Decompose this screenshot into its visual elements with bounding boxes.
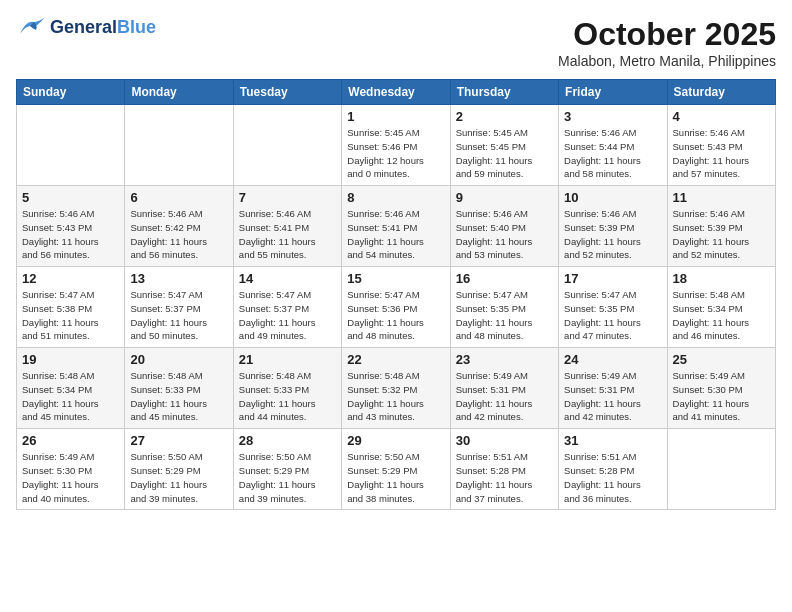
day-header-friday: Friday xyxy=(559,80,667,105)
day-info: Sunrise: 5:48 AM Sunset: 5:34 PM Dayligh… xyxy=(22,369,119,424)
day-number: 15 xyxy=(347,271,444,286)
calendar-cell: 19Sunrise: 5:48 AM Sunset: 5:34 PM Dayli… xyxy=(17,348,125,429)
day-number: 20 xyxy=(130,352,227,367)
day-number: 3 xyxy=(564,109,661,124)
day-number: 14 xyxy=(239,271,336,286)
calendar-week-2: 5Sunrise: 5:46 AM Sunset: 5:43 PM Daylig… xyxy=(17,186,776,267)
calendar-cell: 6Sunrise: 5:46 AM Sunset: 5:42 PM Daylig… xyxy=(125,186,233,267)
day-number: 21 xyxy=(239,352,336,367)
day-number: 28 xyxy=(239,433,336,448)
day-info: Sunrise: 5:46 AM Sunset: 5:41 PM Dayligh… xyxy=(347,207,444,262)
calendar-cell: 25Sunrise: 5:49 AM Sunset: 5:30 PM Dayli… xyxy=(667,348,775,429)
day-info: Sunrise: 5:46 AM Sunset: 5:39 PM Dayligh… xyxy=(673,207,770,262)
calendar-cell xyxy=(233,105,341,186)
day-info: Sunrise: 5:45 AM Sunset: 5:46 PM Dayligh… xyxy=(347,126,444,181)
day-info: Sunrise: 5:49 AM Sunset: 5:31 PM Dayligh… xyxy=(456,369,553,424)
day-header-monday: Monday xyxy=(125,80,233,105)
day-info: Sunrise: 5:45 AM Sunset: 5:45 PM Dayligh… xyxy=(456,126,553,181)
calendar-week-3: 12Sunrise: 5:47 AM Sunset: 5:38 PM Dayli… xyxy=(17,267,776,348)
day-number: 31 xyxy=(564,433,661,448)
calendar-cell: 9Sunrise: 5:46 AM Sunset: 5:40 PM Daylig… xyxy=(450,186,558,267)
month-title: October 2025 xyxy=(558,16,776,53)
calendar-cell: 5Sunrise: 5:46 AM Sunset: 5:43 PM Daylig… xyxy=(17,186,125,267)
calendar-cell: 24Sunrise: 5:49 AM Sunset: 5:31 PM Dayli… xyxy=(559,348,667,429)
day-info: Sunrise: 5:49 AM Sunset: 5:30 PM Dayligh… xyxy=(673,369,770,424)
calendar-cell: 21Sunrise: 5:48 AM Sunset: 5:33 PM Dayli… xyxy=(233,348,341,429)
page-header: GeneralBlue October 2025 Malabon, Metro … xyxy=(16,16,776,69)
day-number: 13 xyxy=(130,271,227,286)
day-info: Sunrise: 5:46 AM Sunset: 5:41 PM Dayligh… xyxy=(239,207,336,262)
calendar-cell xyxy=(667,429,775,510)
day-info: Sunrise: 5:46 AM Sunset: 5:43 PM Dayligh… xyxy=(22,207,119,262)
day-number: 19 xyxy=(22,352,119,367)
calendar-cell: 30Sunrise: 5:51 AM Sunset: 5:28 PM Dayli… xyxy=(450,429,558,510)
day-info: Sunrise: 5:46 AM Sunset: 5:40 PM Dayligh… xyxy=(456,207,553,262)
calendar-week-5: 26Sunrise: 5:49 AM Sunset: 5:30 PM Dayli… xyxy=(17,429,776,510)
calendar-cell: 1Sunrise: 5:45 AM Sunset: 5:46 PM Daylig… xyxy=(342,105,450,186)
day-number: 5 xyxy=(22,190,119,205)
day-number: 8 xyxy=(347,190,444,205)
day-header-sunday: Sunday xyxy=(17,80,125,105)
day-info: Sunrise: 5:47 AM Sunset: 5:37 PM Dayligh… xyxy=(130,288,227,343)
calendar-cell: 27Sunrise: 5:50 AM Sunset: 5:29 PM Dayli… xyxy=(125,429,233,510)
day-info: Sunrise: 5:47 AM Sunset: 5:36 PM Dayligh… xyxy=(347,288,444,343)
calendar-header-row: SundayMondayTuesdayWednesdayThursdayFrid… xyxy=(17,80,776,105)
day-info: Sunrise: 5:51 AM Sunset: 5:28 PM Dayligh… xyxy=(564,450,661,505)
day-number: 6 xyxy=(130,190,227,205)
day-info: Sunrise: 5:46 AM Sunset: 5:42 PM Dayligh… xyxy=(130,207,227,262)
day-number: 27 xyxy=(130,433,227,448)
day-number: 11 xyxy=(673,190,770,205)
calendar-cell: 26Sunrise: 5:49 AM Sunset: 5:30 PM Dayli… xyxy=(17,429,125,510)
day-header-tuesday: Tuesday xyxy=(233,80,341,105)
day-info: Sunrise: 5:46 AM Sunset: 5:39 PM Dayligh… xyxy=(564,207,661,262)
day-number: 26 xyxy=(22,433,119,448)
calendar-cell: 3Sunrise: 5:46 AM Sunset: 5:44 PM Daylig… xyxy=(559,105,667,186)
calendar-week-4: 19Sunrise: 5:48 AM Sunset: 5:34 PM Dayli… xyxy=(17,348,776,429)
day-info: Sunrise: 5:51 AM Sunset: 5:28 PM Dayligh… xyxy=(456,450,553,505)
calendar-cell: 11Sunrise: 5:46 AM Sunset: 5:39 PM Dayli… xyxy=(667,186,775,267)
calendar-cell: 23Sunrise: 5:49 AM Sunset: 5:31 PM Dayli… xyxy=(450,348,558,429)
day-info: Sunrise: 5:47 AM Sunset: 5:35 PM Dayligh… xyxy=(564,288,661,343)
day-number: 29 xyxy=(347,433,444,448)
day-info: Sunrise: 5:48 AM Sunset: 5:33 PM Dayligh… xyxy=(239,369,336,424)
day-number: 12 xyxy=(22,271,119,286)
title-block: October 2025 Malabon, Metro Manila, Phil… xyxy=(558,16,776,69)
day-info: Sunrise: 5:47 AM Sunset: 5:38 PM Dayligh… xyxy=(22,288,119,343)
day-number: 2 xyxy=(456,109,553,124)
calendar-cell xyxy=(125,105,233,186)
calendar-cell: 13Sunrise: 5:47 AM Sunset: 5:37 PM Dayli… xyxy=(125,267,233,348)
day-number: 9 xyxy=(456,190,553,205)
day-number: 16 xyxy=(456,271,553,286)
calendar-cell: 15Sunrise: 5:47 AM Sunset: 5:36 PM Dayli… xyxy=(342,267,450,348)
calendar-cell: 8Sunrise: 5:46 AM Sunset: 5:41 PM Daylig… xyxy=(342,186,450,267)
calendar-table: SundayMondayTuesdayWednesdayThursdayFrid… xyxy=(16,79,776,510)
day-info: Sunrise: 5:48 AM Sunset: 5:32 PM Dayligh… xyxy=(347,369,444,424)
location: Malabon, Metro Manila, Philippines xyxy=(558,53,776,69)
calendar-cell: 12Sunrise: 5:47 AM Sunset: 5:38 PM Dayli… xyxy=(17,267,125,348)
calendar-body: 1Sunrise: 5:45 AM Sunset: 5:46 PM Daylig… xyxy=(17,105,776,510)
day-info: Sunrise: 5:46 AM Sunset: 5:44 PM Dayligh… xyxy=(564,126,661,181)
day-info: Sunrise: 5:49 AM Sunset: 5:30 PM Dayligh… xyxy=(22,450,119,505)
day-header-wednesday: Wednesday xyxy=(342,80,450,105)
day-number: 23 xyxy=(456,352,553,367)
day-number: 18 xyxy=(673,271,770,286)
day-info: Sunrise: 5:48 AM Sunset: 5:34 PM Dayligh… xyxy=(673,288,770,343)
calendar-cell: 20Sunrise: 5:48 AM Sunset: 5:33 PM Dayli… xyxy=(125,348,233,429)
day-number: 22 xyxy=(347,352,444,367)
day-number: 4 xyxy=(673,109,770,124)
day-number: 7 xyxy=(239,190,336,205)
day-number: 17 xyxy=(564,271,661,286)
calendar-cell: 7Sunrise: 5:46 AM Sunset: 5:41 PM Daylig… xyxy=(233,186,341,267)
calendar-week-1: 1Sunrise: 5:45 AM Sunset: 5:46 PM Daylig… xyxy=(17,105,776,186)
day-info: Sunrise: 5:47 AM Sunset: 5:37 PM Dayligh… xyxy=(239,288,336,343)
day-info: Sunrise: 5:48 AM Sunset: 5:33 PM Dayligh… xyxy=(130,369,227,424)
day-info: Sunrise: 5:50 AM Sunset: 5:29 PM Dayligh… xyxy=(239,450,336,505)
calendar-cell: 16Sunrise: 5:47 AM Sunset: 5:35 PM Dayli… xyxy=(450,267,558,348)
calendar-cell: 18Sunrise: 5:48 AM Sunset: 5:34 PM Dayli… xyxy=(667,267,775,348)
day-number: 10 xyxy=(564,190,661,205)
day-info: Sunrise: 5:47 AM Sunset: 5:35 PM Dayligh… xyxy=(456,288,553,343)
day-number: 1 xyxy=(347,109,444,124)
day-info: Sunrise: 5:49 AM Sunset: 5:31 PM Dayligh… xyxy=(564,369,661,424)
calendar-cell: 22Sunrise: 5:48 AM Sunset: 5:32 PM Dayli… xyxy=(342,348,450,429)
day-number: 25 xyxy=(673,352,770,367)
